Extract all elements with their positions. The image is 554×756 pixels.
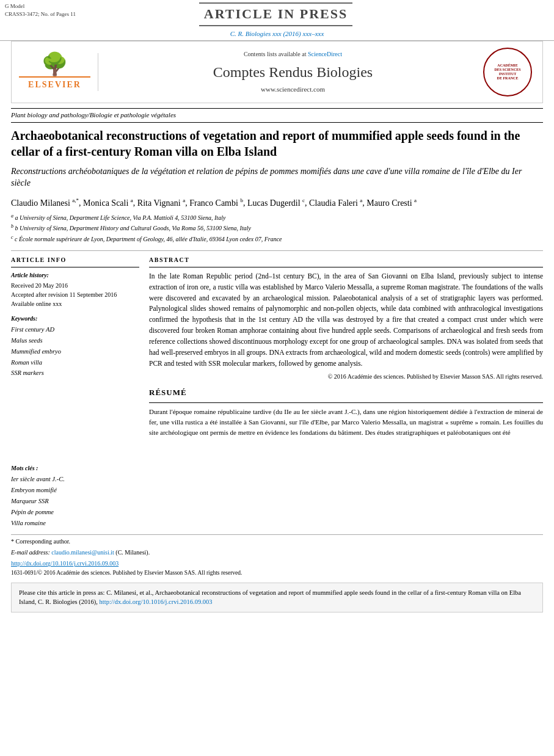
citation-box: Please cite this article in press as: C.… xyxy=(11,583,543,613)
keyword-2: Malus seeds xyxy=(11,335,139,346)
received-date: Received 20 May 2016 xyxy=(11,281,139,290)
right-column: ABSTRACT In the late Roman Republic peri… xyxy=(149,256,543,528)
two-col-layout: ARTICLE INFO Article history: Received 2… xyxy=(11,256,543,528)
available-online: Available online xxx xyxy=(11,299,139,308)
rights-line: 1631-0691/© 2016 Académie des sciences. … xyxy=(11,569,543,577)
mots-cle-5: Villa romaine xyxy=(11,518,139,529)
tree-icon: 🌳 xyxy=(19,53,90,75)
keywords-list: First century AD Malus seeds Mummified e… xyxy=(11,324,139,379)
abstract-heading: ABSTRACT xyxy=(149,256,543,264)
g-model-label: G Model CRASS3-3472; No. of Pages 11 xyxy=(5,2,76,18)
journal-url: www.sciencedirect.com xyxy=(106,85,480,94)
sciencedirect-link[interactable]: ScienceDirect xyxy=(308,51,342,57)
journal-name: Comptes Rendus Biologies xyxy=(106,62,480,83)
keyword-3: Mummified embryo xyxy=(11,346,139,357)
academy-emblem: ACADÉMIEDES SCIENCESINSTITUTDE FRANCE xyxy=(483,48,532,96)
mots-cles-label: Mots clés : xyxy=(11,464,139,473)
mots-cle-2: Embryon momifié xyxy=(11,485,139,496)
keyword-1: First century AD xyxy=(11,324,139,335)
article-history-section: Article history: Received 20 May 2016 Ac… xyxy=(11,271,139,308)
resume-text: Durant l'époque romaine républicaine tar… xyxy=(149,407,543,438)
accepted-date: Accepted after revision 11 September 201… xyxy=(11,290,139,299)
article-title-fr: Reconstructions archéobotaniques de la v… xyxy=(11,165,543,189)
keyword-4: Roman villa xyxy=(11,357,139,368)
left-column: ARTICLE INFO Article history: Received 2… xyxy=(11,256,139,528)
keyword-5: SSR markers xyxy=(11,368,139,379)
email-link[interactable]: claudio.milanesi@unisi.it xyxy=(51,549,114,556)
main-content: Plant biology and pathology/Biologie et … xyxy=(11,103,543,528)
elsevier-text: ELSEVIER xyxy=(19,76,90,91)
journal-line: C. R. Biologies xxx (2016) xxx–xxx xyxy=(0,27,554,41)
corresponding-author: * Corresponding author. xyxy=(11,537,543,546)
email-line: E-mail address: claudio.milanesi@unisi.i… xyxy=(11,548,543,557)
mots-cles-section: Mots clés : Ier siècle avant J.-C. Embry… xyxy=(11,464,139,528)
footnote-section: * Corresponding author. E-mail address: … xyxy=(11,534,543,577)
section-label: Plant biology and pathology/Biologie et … xyxy=(11,108,543,122)
authors: Claudio Milanesi a,*, Monica Scali a, Ri… xyxy=(11,197,543,209)
emblem-box: ACADÉMIEDES SCIENCESINSTITUTDE FRANCE xyxy=(480,48,535,96)
top-strip: G Model CRASS3-3472; No. of Pages 11 ART… xyxy=(0,0,554,27)
contents-available: Contents lists available at ScienceDirec… xyxy=(106,50,480,59)
citation-text: Please cite this article in press as: C.… xyxy=(19,589,521,606)
mots-cle-1: Ier siècle avant J.-C. xyxy=(11,474,139,485)
elsevier-logo: 🌳 ELSEVIER xyxy=(19,53,98,91)
abstract-copyright: © 2016 Académie des sciences. Published … xyxy=(149,373,543,381)
doi-link[interactable]: http://dx.doi.org/10.1016/j.crvi.2016.09… xyxy=(11,559,543,568)
divider xyxy=(11,250,543,251)
resume-heading: RÉSUMÉ xyxy=(149,387,543,398)
citation-doi-link[interactable]: http://dx.doi.org/10.1016/j.crvi.2016.09… xyxy=(100,598,213,605)
abstract-text: In the late Roman Republic period (2nd–1… xyxy=(149,271,543,369)
article-title-en: Archaeobotanical reconstructions of vege… xyxy=(11,128,543,159)
affiliations: a a University of Siena, Department Life… xyxy=(11,213,543,244)
keywords-section: Keywords: First century AD Malus seeds M… xyxy=(11,314,139,379)
mots-cle-3: Marqueur SSR xyxy=(11,496,139,507)
article-in-press-label: ARTICLE IN PRESS xyxy=(199,2,352,26)
journal-center: Contents lists available at ScienceDirec… xyxy=(106,50,480,95)
mots-cles-list: Ier siècle avant J.-C. Embryon momifié M… xyxy=(11,474,139,528)
history-label: Article history: xyxy=(11,271,139,280)
elsevier-header: 🌳 ELSEVIER Contents lists available at S… xyxy=(11,41,543,103)
mots-cle-4: Pépin de pomme xyxy=(11,507,139,518)
article-info-heading: ARTICLE INFO xyxy=(11,256,139,264)
keywords-label: Keywords: xyxy=(11,314,139,323)
